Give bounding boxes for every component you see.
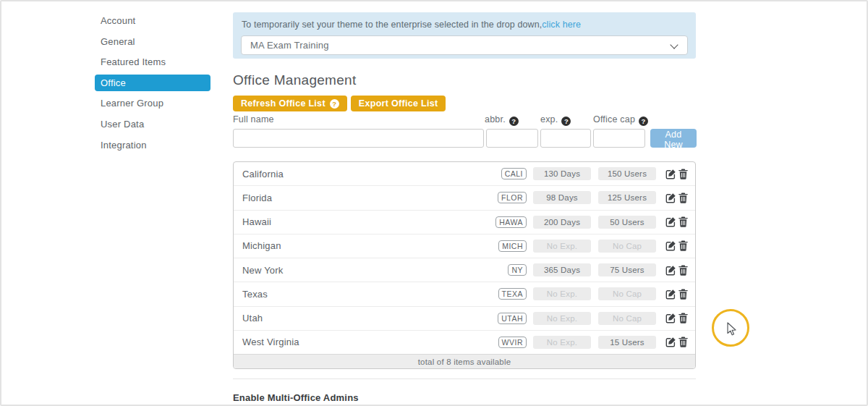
office-abbr-badge: FLOR — [498, 192, 527, 203]
office-exp-pill: 200 Days — [533, 216, 591, 229]
office-table: California CALI 130 Days 150 Users — [233, 161, 696, 369]
office-cap-pill: No Cap — [598, 312, 656, 325]
table-row: West Virginia WVIR No Exp. 15 Users — [234, 331, 695, 354]
office-cap-help-icon[interactable]: ? — [639, 117, 648, 126]
delete-icon[interactable] — [678, 240, 689, 252]
theme-banner-text: To temporarily set your theme to the ent… — [242, 20, 581, 30]
full-name-label: Full name — [233, 114, 274, 124]
office-abbr-badge: WVIR — [498, 337, 527, 348]
click-here-link[interactable]: click here — [542, 20, 581, 30]
office-abbr-badge: MICH — [498, 240, 527, 252]
chevron-down-icon — [670, 41, 678, 48]
exp-label: exp.? — [540, 114, 571, 126]
export-office-list-button[interactable]: Export Office List — [351, 96, 446, 111]
sidebar-item-general[interactable]: General — [95, 33, 210, 50]
sidebar-item-office[interactable]: Office — [95, 75, 210, 91]
office-cap-pill: 50 Users — [598, 216, 656, 229]
sidebar-item-account[interactable]: Account — [95, 12, 210, 29]
abbr-help-icon[interactable]: ? — [509, 117, 519, 126]
office-name: Texas — [242, 289, 498, 300]
table-row: Texas TEXA No Exp. No Cap — [234, 282, 695, 306]
help-icon[interactable]: ? — [330, 99, 339, 109]
edit-icon[interactable] — [665, 264, 676, 276]
office-exp-pill: 130 Days — [533, 167, 591, 180]
office-rows: California CALI 130 Days 150 Users — [234, 162, 695, 354]
page-title: Office Management — [233, 72, 357, 88]
office-abbr-badge: CALI — [501, 168, 527, 179]
table-row: California CALI 130 Days 150 Users — [234, 162, 695, 186]
delete-icon[interactable] — [678, 313, 689, 324]
office-cap-pill: No Cap — [598, 287, 656, 300]
delete-icon[interactable] — [678, 288, 689, 300]
office-exp-pill: 365 Days — [533, 263, 591, 276]
sidebar-item-user-data[interactable]: User Data — [95, 116, 210, 132]
office-cap-pill: No Cap — [598, 240, 656, 253]
table-footer: total of 8 items available — [234, 354, 695, 368]
sidebar-item-integration[interactable]: Integration — [95, 137, 210, 153]
exp-help-icon[interactable]: ? — [561, 117, 571, 126]
table-row: Utah UTAH No Exp. No Cap — [234, 307, 695, 331]
office-name: California — [242, 169, 501, 179]
edit-icon[interactable] — [665, 288, 676, 300]
office-name: Hawaii — [242, 216, 495, 227]
office-cap-pill: 75 Users — [598, 263, 656, 276]
delete-icon[interactable] — [678, 216, 689, 228]
table-row: New York NY 365 Days 75 Users — [234, 258, 695, 282]
abbr-label-text: abbr. — [485, 114, 506, 124]
abbr-input[interactable] — [486, 129, 538, 148]
office-name: West Virginia — [242, 337, 498, 347]
export-office-list-label: Export Office List — [359, 98, 438, 109]
office-exp-pill: 98 Days — [533, 191, 591, 204]
office-cap-label: Office cap? — [593, 114, 648, 126]
office-cap-pill: 15 Users — [598, 336, 656, 349]
edit-icon[interactable] — [665, 192, 676, 203]
edit-icon[interactable] — [665, 168, 676, 179]
delete-icon[interactable] — [678, 337, 689, 348]
enable-multi-office-admins-label: Enable Multi-Office Admins — [233, 392, 359, 403]
office-name: Florida — [242, 193, 498, 203]
table-row: Florida FLOR 98 Days 125 Users — [234, 186, 695, 210]
table-row: Michigan MICH No Exp. No Cap — [234, 234, 695, 258]
office-exp-pill: No Exp. — [533, 287, 591, 300]
mouse-cursor-icon — [727, 322, 737, 339]
exp-label-text: exp. — [540, 114, 558, 124]
enterprise-select[interactable]: MA Exam Training — [241, 35, 688, 55]
delete-icon[interactable] — [678, 264, 689, 276]
abbr-label: abbr.? — [485, 114, 519, 126]
settings-page: Account General Featured Items Office Le… — [0, 0, 868, 406]
office-cap-input[interactable] — [593, 129, 645, 148]
sidebar-item-featured-items[interactable]: Featured Items — [95, 54, 210, 70]
table-row: Hawaii HAWA 200 Days 50 Users — [234, 211, 695, 234]
office-abbr-badge: NY — [508, 264, 527, 276]
delete-icon[interactable] — [678, 192, 689, 203]
office-name: New York — [242, 265, 508, 276]
office-exp-pill: No Exp. — [533, 312, 591, 325]
office-name: Michigan — [242, 240, 498, 251]
add-new-button[interactable]: Add New — [650, 129, 697, 148]
office-cap-pill: 125 Users — [598, 191, 656, 204]
edit-icon[interactable] — [665, 216, 676, 228]
office-cap-pill: 150 Users — [598, 167, 656, 180]
edit-icon[interactable] — [665, 337, 676, 348]
section-divider — [233, 378, 696, 379]
office-cap-label-text: Office cap — [593, 114, 635, 124]
sidebar-item-learner-group[interactable]: Learner Group — [95, 95, 210, 111]
refresh-office-list-label: Refresh Office List — [241, 98, 326, 109]
office-exp-pill: No Exp. — [533, 240, 591, 253]
refresh-office-list-button[interactable]: Refresh Office List ? — [233, 96, 347, 111]
office-actions: Refresh Office List ? Export Office List — [233, 96, 446, 111]
office-name: Utah — [242, 313, 498, 323]
settings-sidebar: Account General Featured Items Office Le… — [95, 12, 210, 157]
edit-icon[interactable] — [665, 313, 676, 324]
enterprise-select-value: MA Exam Training — [250, 40, 329, 51]
office-abbr-badge: TEXA — [498, 288, 527, 300]
office-abbr-badge: UTAH — [498, 313, 527, 324]
edit-icon[interactable] — [665, 240, 676, 252]
theme-banner: To temporarily set your theme to the ent… — [233, 12, 696, 59]
office-abbr-badge: HAWA — [495, 216, 527, 228]
office-exp-pill: No Exp. — [533, 336, 591, 349]
delete-icon[interactable] — [678, 168, 689, 179]
theme-banner-message: To temporarily set your theme to the ent… — [242, 20, 542, 30]
full-name-input[interactable] — [233, 129, 484, 148]
exp-input[interactable] — [540, 129, 591, 148]
